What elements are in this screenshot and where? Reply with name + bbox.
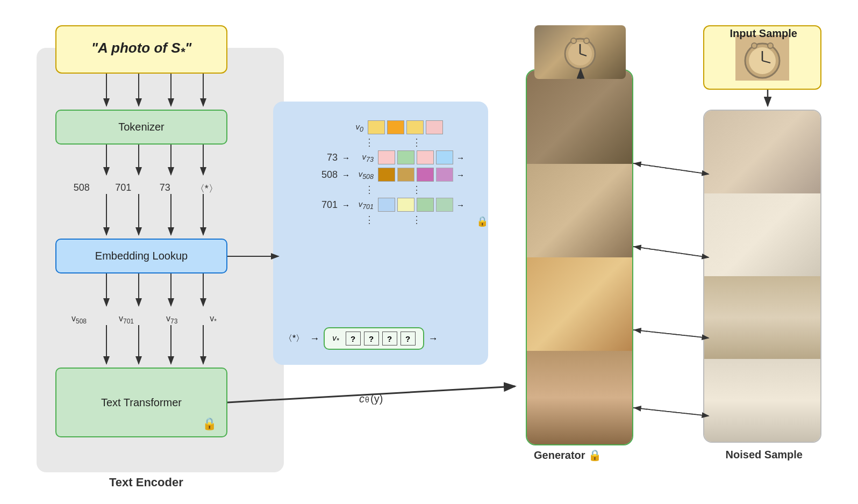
color-cell: [397, 198, 414, 212]
arrow-out-508: →: [456, 170, 464, 179]
lookup-dots-3: ⋮ ⋮ 🔒: [364, 215, 499, 225]
lookup-index-508: 508: [311, 169, 338, 181]
svg-line-46: [633, 330, 709, 338]
tokenizer-box: Tokenizer: [55, 110, 227, 145]
arrow-out-learnable: →: [428, 333, 438, 344]
diagram-container: "A photo of S*" Tokenizer 508 701 73 〈*〉…: [0, 0, 858, 504]
learnable-row: 〈*〉 → v* ? ? ? ? →: [284, 327, 438, 350]
embed-v73: v73: [166, 314, 177, 325]
q1: ?: [346, 332, 361, 345]
text-encoder-label: Text Encoder: [109, 476, 183, 489]
lookup-row-v0: v0: [311, 120, 499, 134]
tokenizer-label: Tokenizer: [118, 121, 165, 133]
token-3: 73: [152, 182, 178, 195]
noised-sample-label: Noised Sample: [726, 449, 803, 461]
color-cells-v0: [368, 120, 443, 134]
lookup-table: v0 ⋮ ⋮ 73 → v73: [311, 120, 499, 314]
embed-vstar: v*: [210, 314, 217, 325]
lookup-row-508: 508 → v508 →: [311, 168, 499, 182]
svg-line-44: [633, 247, 709, 257]
svg-line-49: [634, 408, 709, 416]
phrase-box: "A photo of S*": [55, 25, 227, 74]
embedding-lookup-label: Embedding Lookup: [95, 250, 188, 262]
noised-sample-panel: [703, 110, 821, 443]
color-cell: [387, 120, 404, 134]
token-row: 508 701 73 〈*〉: [61, 182, 227, 195]
q2: ?: [364, 332, 379, 345]
input-sample-label: Input Sample: [730, 27, 797, 40]
arrow-learnable: →: [310, 333, 319, 344]
lookup-label-v73: v73: [352, 152, 374, 163]
color-cell: [368, 120, 385, 134]
noised-img-2: [704, 193, 820, 276]
svg-line-43: [634, 163, 709, 174]
svg-line-48: [633, 408, 709, 416]
color-cell: [378, 150, 395, 164]
lookup-row-701: 701 → v701 →: [311, 198, 499, 212]
color-cell: [378, 168, 395, 182]
svg-text:θ: θ: [365, 395, 369, 404]
text-transformer-lock-icon: 🔒: [202, 417, 217, 431]
input-sample-clock-svg: [735, 35, 789, 81]
color-cell: [417, 198, 434, 212]
token-4: 〈*〉: [193, 182, 220, 195]
token-2: 701: [110, 182, 137, 195]
color-cell: [378, 198, 395, 212]
learnable-token-label: 〈*〉: [284, 333, 304, 344]
svg-line-45: [634, 247, 709, 257]
arrow-701: →: [342, 200, 350, 210]
lookup-index-701: 701: [311, 199, 338, 211]
gen-top-img: [534, 25, 626, 79]
gen-img-1: [527, 70, 632, 164]
q4: ?: [401, 332, 416, 345]
color-cells-v701: [378, 198, 453, 212]
embed-sub-star: *: [214, 318, 217, 325]
embed-v701: v701: [119, 314, 134, 325]
color-cell: [426, 120, 443, 134]
text-transformer-box: Text Transformer 🔒: [55, 368, 227, 437]
noised-img-4: [704, 359, 820, 442]
learnable-box: v* ? ? ? ?: [324, 327, 424, 350]
arrow-508: →: [342, 170, 350, 179]
lookup-index-73: 73: [311, 152, 338, 163]
main-wrapper: "A photo of S*" Tokenizer 508 701 73 〈*〉…: [26, 16, 832, 488]
color-cell: [397, 150, 414, 164]
color-cell: [436, 198, 453, 212]
token-1: 508: [68, 182, 95, 195]
phrase-text: "A photo of S*": [91, 40, 192, 59]
lookup-table-lock-icon: 🔒: [476, 215, 488, 227]
color-cell: [397, 168, 414, 182]
generator-label: Generator 🔒: [534, 449, 602, 462]
embed-row: v508 v701 v73 v*: [55, 314, 233, 325]
lookup-label-v508: v508: [352, 169, 374, 181]
svg-text:c: c: [359, 393, 364, 405]
embedding-lookup-box: Embedding Lookup: [55, 239, 227, 273]
embed-sub-508: 508: [76, 318, 87, 325]
arrow-73: →: [342, 153, 350, 162]
arrow-out-73: →: [456, 153, 464, 162]
lookup-label-v701: v701: [352, 199, 374, 211]
generator-text: Generator: [534, 449, 588, 461]
noised-img-1: [704, 111, 820, 193]
clock-svg-top: [559, 33, 602, 71]
color-cells-v73: [378, 150, 453, 164]
svg-text:(y): (y): [370, 393, 383, 405]
lookup-label-v0: v0: [342, 122, 363, 133]
vstar-label: v*: [332, 333, 339, 344]
noised-img-3: [704, 276, 820, 359]
color-cell: [417, 150, 434, 164]
text-transformer-label: Text Transformer: [101, 397, 182, 409]
svg-line-42: [633, 163, 709, 174]
embed-sub-73: 73: [170, 318, 177, 325]
lookup-dots-2: ⋮ ⋮: [364, 185, 499, 195]
color-cell: [417, 168, 434, 182]
color-cell: [436, 150, 453, 164]
svg-point-5: [584, 38, 589, 44]
q3: ?: [382, 332, 397, 345]
svg-point-11: [752, 43, 757, 48]
generator-lock-icon: 🔒: [588, 449, 602, 461]
embed-sub-701: 701: [123, 318, 134, 325]
lookup-dots-1: ⋮ ⋮: [364, 138, 499, 147]
svg-point-12: [768, 43, 773, 48]
color-cells-v508: [378, 168, 453, 182]
